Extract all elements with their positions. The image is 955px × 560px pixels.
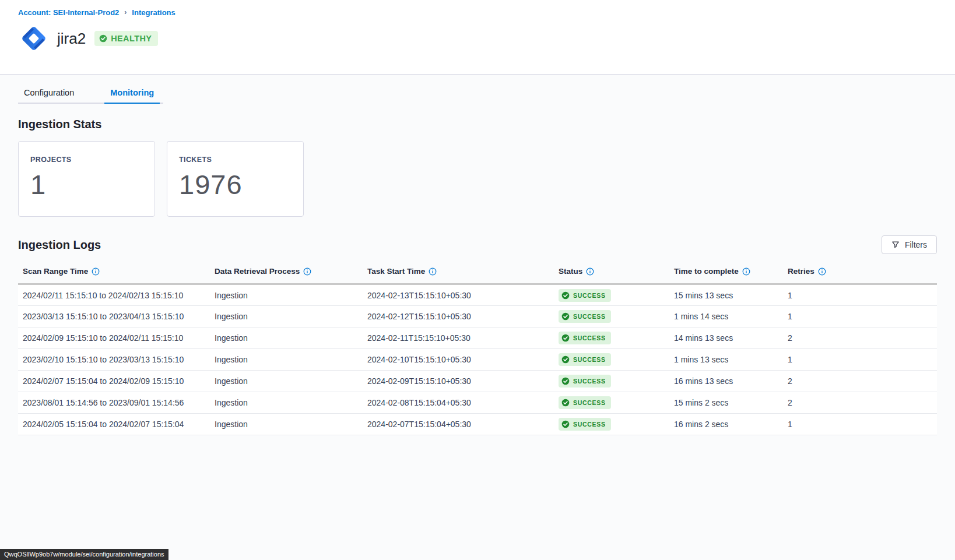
- cell-task-start-time: 2024-02-11T15:15:10+05:30: [363, 327, 554, 349]
- column-label: Data Retrieval Process: [215, 267, 300, 276]
- filters-button[interactable]: Filters: [882, 235, 937, 254]
- status-badge-label: SUCCESS: [573, 292, 606, 299]
- check-circle-icon: [561, 334, 570, 342]
- cell-retries: 1: [783, 284, 937, 306]
- filters-button-label: Filters: [905, 240, 927, 249]
- cell-time-to-complete: 16 mins 2 secs: [669, 414, 783, 435]
- column-label: Retries: [788, 267, 814, 276]
- breadcrumb-account-link[interactable]: Account: SEI-Internal-Prod2: [18, 8, 119, 17]
- cell-status: SUCCESS: [554, 306, 669, 327]
- table-row[interactable]: 2024/02/07 15:15:04 to 2024/02/09 15:15:…: [18, 371, 937, 392]
- column-label: Status: [559, 267, 582, 276]
- cell-retries: 2: [783, 371, 937, 392]
- cell-data-retrieval-process: Ingestion: [210, 306, 363, 327]
- logs-table-body: 2024/02/11 15:15:10 to 2024/02/13 15:15:…: [18, 284, 937, 435]
- integration-title-row: jira2 HEALTHY: [18, 23, 937, 54]
- stat-card: PROJECTS 1: [18, 141, 155, 217]
- info-icon[interactable]: [586, 267, 594, 276]
- column-header-time-to-complete[interactable]: Time to complete: [669, 261, 783, 284]
- stat-card: TICKETS 1976: [167, 141, 304, 217]
- cell-retries: 1: [783, 306, 937, 327]
- tab-monitoring[interactable]: Monitoring: [104, 82, 160, 104]
- status-badge: SUCCESS: [559, 310, 611, 323]
- status-badge: SUCCESS: [559, 289, 611, 302]
- cell-scan-range-time: 2023/03/13 15:15:10 to 2023/04/13 15:15:…: [18, 306, 210, 327]
- cell-scan-range-time: 2024/02/09 15:15:10 to 2024/02/11 15:15:…: [18, 327, 210, 349]
- cell-task-start-time: 2024-02-13T15:15:10+05:30: [363, 284, 554, 306]
- check-circle-icon: [99, 34, 107, 43]
- status-badge: SUCCESS: [559, 396, 611, 409]
- cell-task-start-time: 2024-02-08T15:15:04+05:30: [363, 392, 554, 414]
- table-row[interactable]: 2023/02/10 15:15:10 to 2023/03/13 15:15:…: [18, 349, 937, 371]
- tab-configuration[interactable]: Configuration: [18, 82, 80, 104]
- check-circle-icon: [561, 377, 570, 385]
- logs-table-header: Scan Range Time Data Retrieval Process T…: [18, 261, 937, 284]
- status-badge: SUCCESS: [559, 418, 611, 431]
- cell-time-to-complete: 15 mins 2 secs: [669, 392, 783, 414]
- table-row[interactable]: 2024/02/09 15:15:10 to 2024/02/11 15:15:…: [18, 327, 937, 349]
- cell-data-retrieval-process: Ingestion: [210, 414, 363, 435]
- info-icon[interactable]: [92, 267, 100, 276]
- cell-retries: 2: [783, 327, 937, 349]
- cell-task-start-time: 2024-02-09T15:15:10+05:30: [363, 371, 554, 392]
- cell-retries: 1: [783, 414, 937, 435]
- cell-retries: 1: [783, 349, 937, 371]
- cell-status: SUCCESS: [554, 327, 669, 349]
- status-badge: SUCCESS: [559, 375, 611, 388]
- cell-time-to-complete: 15 mins 13 secs: [669, 284, 783, 306]
- column-header-status[interactable]: Status: [554, 261, 669, 284]
- table-row[interactable]: 2024/02/05 15:15:04 to 2024/02/07 15:15:…: [18, 414, 937, 435]
- cell-task-start-time: 2024-02-07T15:15:04+05:30: [363, 414, 554, 435]
- column-header-task-start-time[interactable]: Task Start Time: [363, 261, 554, 284]
- cell-scan-range-time: 2024/02/07 15:15:04 to 2024/02/09 15:15:…: [18, 371, 210, 392]
- column-header-scan-range-time[interactable]: Scan Range Time: [18, 261, 210, 284]
- link-url-preview: QwqOSllWp9ob7w/module/sei/configuration/…: [0, 549, 168, 560]
- column-header-data-retrieval-process[interactable]: Data Retrieval Process: [210, 261, 363, 284]
- status-badge-label: SUCCESS: [573, 334, 606, 341]
- status-badge: SUCCESS: [559, 332, 611, 344]
- table-row[interactable]: 2023/08/01 15:14:56 to 2023/09/01 15:14:…: [18, 392, 937, 414]
- cell-retries: 2: [783, 392, 937, 414]
- ingestion-logs-title: Ingestion Logs: [18, 238, 101, 252]
- cell-data-retrieval-process: Ingestion: [210, 371, 363, 392]
- breadcrumb-integrations-link[interactable]: Integrations: [132, 8, 175, 17]
- status-badge-label: SUCCESS: [573, 356, 606, 363]
- filter-funnel-icon: [891, 241, 900, 249]
- stat-card-label: PROJECTS: [30, 156, 143, 164]
- stat-card-label: TICKETS: [179, 156, 292, 164]
- cell-time-to-complete: 14 mins 13 secs: [669, 327, 783, 349]
- ingestion-stats-title: Ingestion Stats: [18, 118, 937, 131]
- cell-data-retrieval-process: Ingestion: [210, 392, 363, 414]
- column-label: Time to complete: [674, 267, 739, 276]
- column-header-retries[interactable]: Retries: [783, 261, 937, 284]
- status-badge-label: SUCCESS: [573, 421, 606, 428]
- cell-status: SUCCESS: [554, 414, 669, 435]
- cell-status: SUCCESS: [554, 392, 669, 414]
- breadcrumb: Account: SEI-Internal-Prod2 › Integratio…: [18, 8, 937, 17]
- table-row[interactable]: 2024/02/11 15:15:10 to 2024/02/13 15:15:…: [18, 284, 937, 306]
- cell-time-to-complete: 1 mins 14 secs: [669, 306, 783, 327]
- cell-data-retrieval-process: Ingestion: [210, 284, 363, 306]
- cell-scan-range-time: 2023/08/01 15:14:56 to 2023/09/01 15:14:…: [18, 392, 210, 414]
- info-icon[interactable]: [818, 267, 826, 276]
- cell-scan-range-time: 2023/02/10 15:15:10 to 2023/03/13 15:15:…: [18, 349, 210, 371]
- tab-bar: Configuration Monitoring: [18, 82, 163, 104]
- ingestion-logs-header-row: Ingestion Logs Filters: [18, 235, 937, 254]
- cell-scan-range-time: 2024/02/11 15:15:10 to 2024/02/13 15:15:…: [18, 284, 210, 306]
- info-icon[interactable]: [429, 267, 437, 276]
- cell-task-start-time: 2024-02-10T15:15:10+05:30: [363, 349, 554, 371]
- table-row[interactable]: 2023/03/13 15:15:10 to 2023/04/13 15:15:…: [18, 306, 937, 327]
- cell-time-to-complete: 16 mins 13 secs: [669, 371, 783, 392]
- stat-card-value: 1: [30, 168, 143, 200]
- info-icon[interactable]: [742, 267, 750, 276]
- cell-status: SUCCESS: [554, 349, 669, 371]
- cell-data-retrieval-process: Ingestion: [210, 349, 363, 371]
- info-icon[interactable]: [303, 267, 311, 276]
- chevron-right-icon: ›: [124, 8, 127, 16]
- cell-status: SUCCESS: [554, 371, 669, 392]
- check-circle-icon: [561, 291, 570, 300]
- cell-data-retrieval-process: Ingestion: [210, 327, 363, 349]
- check-circle-icon: [561, 355, 570, 364]
- cell-status: SUCCESS: [554, 284, 669, 306]
- status-badge-label: SUCCESS: [573, 378, 606, 385]
